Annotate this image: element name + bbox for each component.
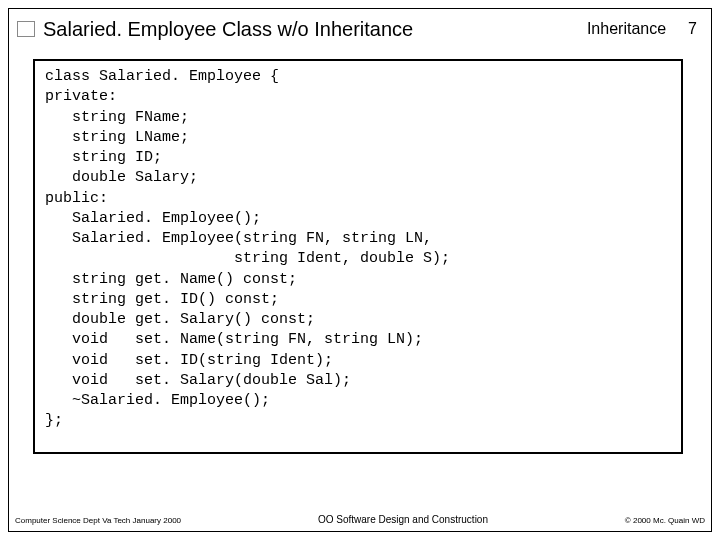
topic-label: Inheritance (587, 20, 666, 38)
page-number: 7 (688, 20, 697, 38)
bullet-icon (17, 21, 35, 37)
slide-title: Salaried. Employee Class w/o Inheritance (43, 18, 587, 41)
footer-right: © 2000 Mc. Quain WD (625, 516, 705, 525)
header-right: Inheritance 7 (587, 20, 697, 38)
footer-left: Computer Science Dept Va Tech January 20… (15, 516, 181, 525)
slide-footer: Computer Science Dept Va Tech January 20… (15, 514, 705, 525)
slide-frame: Salaried. Employee Class w/o Inheritance… (8, 8, 712, 532)
footer-center: OO Software Design and Construction (318, 514, 488, 525)
code-box: class Salaried. Employee { private: stri… (33, 59, 683, 454)
slide-header: Salaried. Employee Class w/o Inheritance… (17, 13, 703, 45)
